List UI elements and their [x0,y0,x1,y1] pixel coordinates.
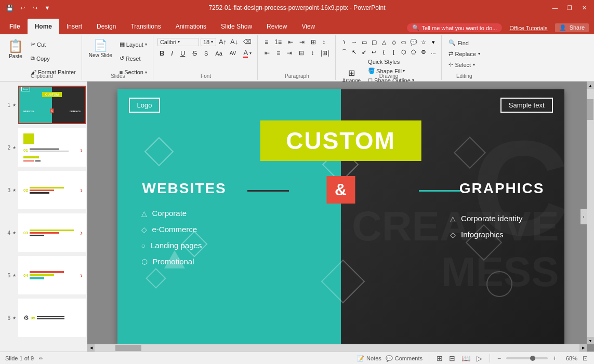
slide-thumb-3[interactable]: 3 ★ 02 › [2,170,85,210]
bold-button[interactable]: B [157,49,166,57]
fit-window-button[interactable]: ⊡ [582,355,589,362]
logo-button[interactable]: Logo [129,98,161,113]
slideshow-button[interactable]: ▷ [476,354,483,362]
slide-thumb-4[interactable]: 4 ★ 03 › [2,212,85,253]
slide-thumb-5[interactable]: 5 ★ 04 › [2,255,85,295]
shape-diamond[interactable]: ◇ [389,37,399,47]
shape-star[interactable]: ☆ [419,37,428,47]
shape-arrow-l[interactable]: ↖ [350,47,359,57]
numbered-list-button[interactable]: 1≡ [272,37,284,47]
slide-thumb-2[interactable]: 2 ★ 01 › [2,127,85,168]
shape-line[interactable]: \ [340,37,349,47]
scroll-right-button[interactable]: ▶ [579,344,587,352]
comments-button[interactable]: 💬 Comments [386,355,423,362]
sample-text-button[interactable]: Sample text [500,98,553,113]
slide-panel[interactable]: 1 ★ CUSTOM Logo WEBSITES GRAPHICS & 2 ★ … [0,82,87,352]
quick-styles-button[interactable]: Quick Styles [365,58,417,66]
graphics-text[interactable]: GRAPHICS [459,180,545,197]
copy-button[interactable]: ⧉ Copy [28,54,78,63]
undo-icon[interactable]: ↩ [18,3,27,12]
tab-transitions[interactable]: Transitions [123,19,168,34]
columns-button[interactable]: ⊞ [308,37,319,47]
redo-icon[interactable]: ↪ [30,3,39,12]
horizontal-scrollbar[interactable]: ◀ ▶ [87,344,587,352]
shape-rect[interactable]: ▭ [360,37,369,47]
shape-arrow-curve[interactable]: ↩ [369,47,379,57]
tell-me-input[interactable]: 🔍 Tell me what you want to do... [407,23,502,32]
shape-hexagon[interactable]: ⬡ [399,47,408,57]
office-tutorials-link[interactable]: Office Tutorials [509,25,547,31]
tab-design[interactable]: Design [89,19,123,34]
reset-button[interactable]: ↺ Reset [117,54,150,63]
shadow-button[interactable]: S [202,49,210,58]
bullet-list-button[interactable]: ≡ [262,37,271,47]
scroll-thumb-v[interactable] [587,99,593,120]
shape-rounded-rect[interactable]: ▢ [369,37,379,47]
panel-collapse-button[interactable]: › [580,209,587,224]
ampersand-box[interactable]: & [326,176,355,204]
shape-triangle[interactable]: △ [379,37,389,47]
shape-more2[interactable]: … [429,47,438,57]
slide-thumb-6[interactable]: 6 ★ ⚙ 05 [2,298,85,338]
find-button[interactable]: 🔍 Find [446,38,471,47]
cut-button[interactable]: ✂ Cut [28,40,78,49]
font-spacing-button[interactable]: AV [227,49,239,57]
tab-insert[interactable]: Insert [59,19,89,34]
tab-review[interactable]: Review [259,19,294,34]
paste-button[interactable]: 📋 Paste [5,37,26,61]
column-gap-button[interactable]: |⊞| [318,48,332,58]
close-button[interactable]: ✕ [579,3,589,12]
websites-text[interactable]: WEBSITES [142,180,227,197]
italic-button[interactable]: I [168,48,176,58]
zoom-in-button[interactable]: + [552,355,558,362]
tab-animations[interactable]: Animations [168,19,214,34]
shape-cylinder[interactable]: ⬭ [399,37,408,47]
normal-view-button[interactable]: ⊞ [435,354,444,362]
font-size-up[interactable]: A↑ [218,38,228,46]
shape-callout[interactable]: 💬 [409,37,418,47]
new-slide-button[interactable]: 📄 New Slide [86,37,115,60]
replace-button[interactable]: ⇄ Replace ▾ [446,49,483,58]
layout-button[interactable]: ▦ Layout ▾ [117,40,150,49]
slide-thumb-1[interactable]: 1 ★ CUSTOM Logo WEBSITES GRAPHICS & [2,85,85,125]
clear-format-button[interactable]: ⌫ [241,37,254,46]
font-case-button[interactable]: Aa [213,49,225,58]
tab-home[interactable]: Home [28,19,59,34]
zoom-out-button[interactable]: − [496,355,502,362]
font-size-down[interactable]: A↓ [229,38,239,46]
font-size-dropdown[interactable]: 18▾ [201,38,216,46]
shape-gear[interactable]: ⚙ [419,47,428,57]
justify-button[interactable]: ⊟ [296,48,307,58]
font-color-button[interactable]: A ▾ [241,48,254,59]
custom-title[interactable]: CUSTOM [260,120,421,161]
shape-pentagon[interactable]: ⬠ [409,47,418,57]
zoom-slider[interactable] [506,357,548,359]
notes-button[interactable]: 📝 Notes [357,355,381,362]
tab-file[interactable]: File [2,19,28,34]
customize-icon[interactable]: ▼ [43,3,52,12]
tab-view[interactable]: View [294,19,322,34]
shape-bracket[interactable]: [ [389,47,399,57]
text-direction-button[interactable]: ↕ [320,37,328,47]
indent-decrease-button[interactable]: ⇤ [285,37,296,47]
scroll-thumb-h[interactable] [115,345,141,351]
indent-increase-button[interactable]: ⇥ [297,37,307,47]
save-icon[interactable]: 💾 [5,3,15,12]
shape-arrow-b[interactable]: ↙ [360,47,369,57]
zoom-level[interactable]: 68% [562,355,577,361]
scroll-up-button[interactable]: ▲ [587,82,594,89]
slide-sorter-button[interactable]: ⊟ [448,354,456,362]
scroll-down-button[interactable]: ▼ [587,337,594,344]
share-button[interactable]: 👤 Share [555,23,589,32]
canvas-area[interactable]: C Logo Sample text CUSTOM WEBSITES & GRA… [87,82,594,352]
align-center-button[interactable]: ≡ [274,48,283,58]
shape-arrow-right[interactable]: → [350,37,359,47]
scroll-left-button[interactable]: ◀ [87,344,95,352]
shape-brace[interactable]: { [379,47,389,57]
minimize-button[interactable]: — [550,3,560,12]
shape-more[interactable]: ▾ [429,37,438,47]
align-left-button[interactable]: ⇤ [262,48,272,58]
vertical-scrollbar[interactable]: ▲ ▼ [587,82,594,344]
reading-view-button[interactable]: 📖 [460,354,471,362]
tab-slideshow[interactable]: Slide Show [214,19,259,34]
